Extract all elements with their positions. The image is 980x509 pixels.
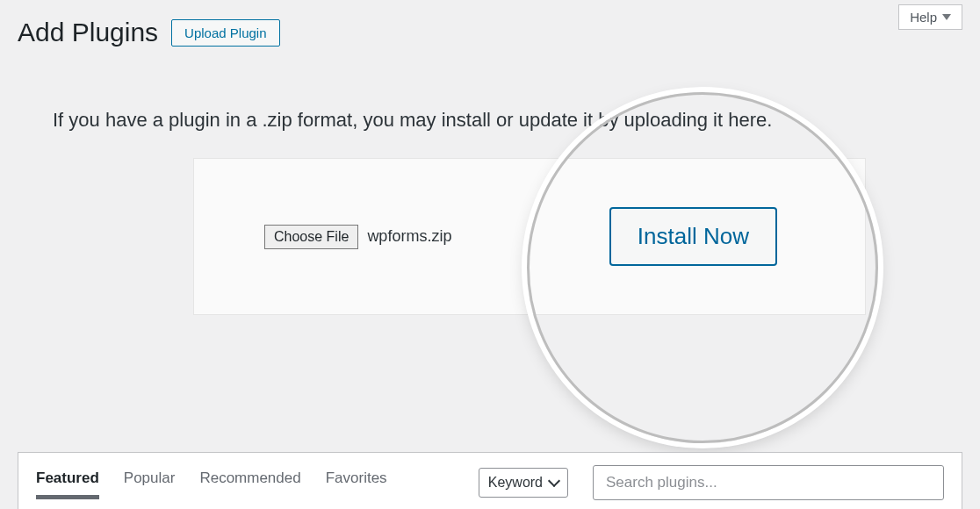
filter-tabs-row: Featured Popular Recommended Favorites K… [18, 452, 962, 509]
triangle-down-icon [942, 14, 951, 20]
help-label: Help [910, 10, 937, 25]
selected-file-name: wpforms.zip [367, 227, 451, 246]
chevron-down-icon [548, 475, 560, 487]
page-title: Add Plugins [18, 18, 158, 47]
tab-popular[interactable]: Popular [124, 470, 176, 496]
file-input-group: Choose File wpforms.zip [264, 225, 451, 249]
tab-favorites[interactable]: Favorites [326, 470, 387, 496]
tab-recommended[interactable]: Recommended [199, 470, 300, 496]
install-now-button[interactable]: Install Now [609, 207, 777, 266]
tab-featured[interactable]: Featured [36, 470, 99, 496]
keyword-select-label: Keyword [488, 475, 543, 491]
choose-file-button[interactable]: Choose File [264, 225, 358, 249]
keyword-select[interactable]: Keyword [479, 468, 568, 498]
upload-box: Choose File wpforms.zip Install Now [193, 158, 866, 315]
help-button[interactable]: Help [898, 4, 962, 30]
header-row: Add Plugins Upload Plugin Help [0, 0, 980, 47]
search-input[interactable] [593, 465, 944, 500]
upload-plugin-button[interactable]: Upload Plugin [171, 19, 279, 47]
upload-instruction-text: If you have a plugin in a .zip format, y… [0, 47, 980, 158]
